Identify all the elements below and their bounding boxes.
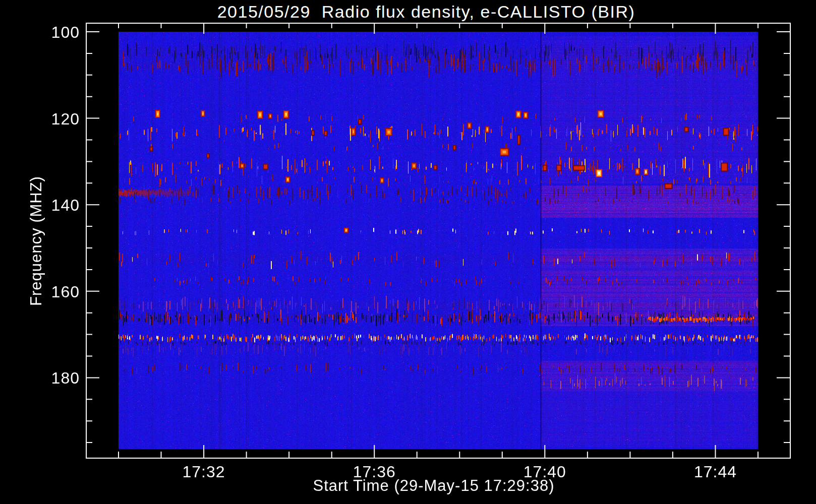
plot-frame (86, 23, 790, 458)
y-axis-title: Frequency (MHZ) (27, 176, 45, 306)
x-axis-title: Start Time (29-May-15 17:29:38) (313, 477, 555, 495)
y-tick-label: 180 (0, 369, 80, 388)
axes-frame (0, 0, 816, 504)
y-tick-label: 100 (0, 23, 80, 42)
x-tick-label: 17:32 (183, 463, 225, 481)
axis-ticks (86, 23, 790, 458)
x-tick-label: 17:44 (694, 463, 737, 481)
spectrogram-page: 2015/05/29 Radio flux density, e-CALLIST… (0, 0, 816, 504)
y-tick-label: 120 (0, 110, 80, 129)
